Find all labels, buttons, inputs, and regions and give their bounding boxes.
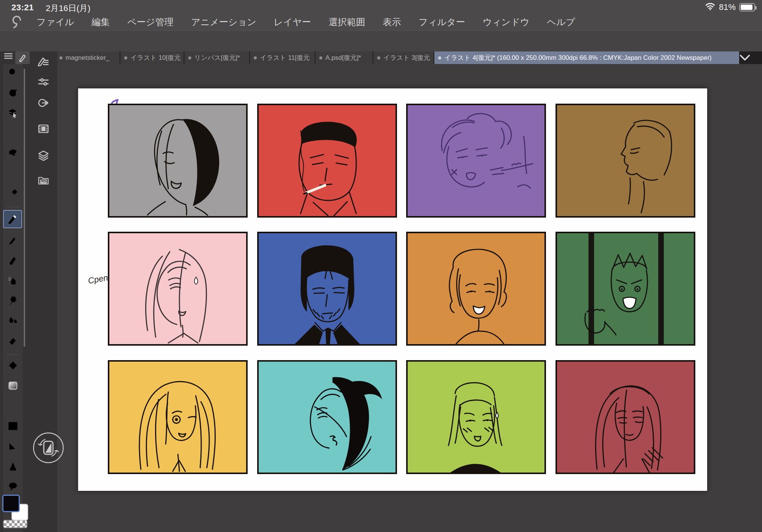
document-tab[interactable]: リンバス[復元]*: [184, 51, 249, 64]
battery-icon: [739, 3, 755, 11]
zoom-tool[interactable]: [5, 64, 21, 81]
document-tab-active[interactable]: イラスト 4[復元]* (160.00 x 250.00mm 300dpi 66…: [434, 51, 739, 64]
tab-label: イラスト 10[復元: [130, 53, 181, 62]
sketch-portrait-blush: [408, 362, 544, 473]
tool-divider: [6, 207, 20, 207]
document-tab[interactable]: magnetsticker_: [56, 51, 120, 64]
document-tab[interactable]: イラスト 11[復元: [250, 51, 315, 64]
tab-status-dot-icon: [438, 56, 441, 59]
tab-overflow-chevron-down-icon[interactable]: [738, 52, 751, 63]
canvas-panel-green: [555, 232, 695, 346]
subtool-menu-icon[interactable]: [4, 53, 13, 59]
history-palette-icon[interactable]: [35, 95, 52, 111]
tab-status-dot-icon: [377, 56, 380, 59]
sketch-portrait-bars-shout: [557, 233, 694, 344]
status-bar: 23:21 2月16日(月) 81%: [0, 0, 762, 14]
sketch-portrait-cigarette: [259, 105, 395, 216]
sub-tool-palette-icon[interactable]: [35, 53, 52, 70]
frame-border-tool[interactable]: [5, 418, 21, 434]
eyedropper-tool[interactable]: [5, 185, 21, 202]
menu-bar: ファイル 編集 ページ管理 アニメーション レイヤー 選択範囲 表示 フィルター…: [0, 14, 762, 30]
tab-label: イラスト 11[復元: [260, 53, 310, 62]
tab-label: イラスト 4[復元]* (160.00 x 250.00mm 300dpi 66…: [444, 53, 712, 62]
wifi-icon: [705, 2, 716, 12]
menu-file[interactable]: ファイル: [37, 16, 74, 28]
clock: 23:21: [11, 3, 34, 13]
timeline-palette-icon[interactable]: [35, 120, 52, 137]
navigator-palette-icon[interactable]: [35, 172, 52, 189]
canvas-panel-yellow-green: [406, 360, 546, 474]
tool-divider: [6, 354, 20, 355]
document-tab[interactable]: イラスト 10[復元: [120, 51, 184, 64]
canvas-panel-pink: [108, 232, 248, 346]
decoration-tool[interactable]: [5, 292, 21, 309]
tab-status-dot-icon: [59, 56, 62, 59]
pencil-tool[interactable]: [5, 232, 21, 248]
canvas-panel-gray: [108, 104, 248, 218]
document-tab-bar: magnetsticker_ イラスト 10[復元 リンバス[復元]* イラスト…: [0, 51, 762, 64]
tab-status-dot-icon: [124, 56, 127, 59]
canvas-panel-yellow: [108, 360, 248, 474]
transparent-color-swatch[interactable]: [3, 520, 27, 528]
date: 2月16日(月): [46, 3, 90, 14]
blend-tool[interactable]: [5, 312, 21, 329]
menu-help[interactable]: ヘルプ: [547, 16, 575, 28]
clip-studio-logo-icon: [11, 16, 24, 29]
menu-animation[interactable]: アニメーション: [191, 16, 256, 28]
lasso-tool[interactable]: [5, 145, 21, 162]
tab-status-dot-icon: [319, 56, 322, 59]
sketch-portrait-longhair-sweat: [109, 233, 246, 344]
menu-view[interactable]: 表示: [383, 16, 401, 28]
sketch-portrait-tired: [557, 362, 694, 473]
document-tab[interactable]: イラスト 3[復元: [373, 51, 434, 64]
menu-page-manage[interactable]: ページ管理: [127, 16, 173, 28]
tab-label: A.psd[復元]*: [325, 53, 361, 62]
canvas-panel-brown: [555, 104, 695, 218]
auto-select-tool[interactable]: [5, 165, 21, 182]
move-tool[interactable]: [5, 125, 21, 141]
tab-label: イラスト 3[復元: [383, 53, 430, 62]
rotate-canvas-tool[interactable]: [5, 84, 21, 101]
active-tool-tab[interactable]: [15, 51, 30, 64]
fill-tool[interactable]: [5, 357, 21, 374]
sketch-portrait-darkhair-pout: [259, 362, 395, 473]
operation-tool[interactable]: [5, 104, 21, 121]
sketch-portrait-bob-suit: [259, 233, 395, 344]
text-tool[interactable]: [5, 458, 21, 475]
tab-label: リンバス[復元]*: [194, 53, 240, 62]
menu-window[interactable]: ウィンドウ: [483, 16, 530, 28]
marker-tool[interactable]: [5, 252, 21, 269]
canvas-panel-orange: [406, 232, 546, 346]
canvas-page[interactable]: 1 cm Cpen: [78, 88, 707, 491]
tool-strip-scrollbar[interactable]: [24, 69, 25, 347]
menu-filter[interactable]: フィルター: [418, 16, 465, 28]
menu-layer[interactable]: レイヤー: [274, 16, 311, 28]
document-tab[interactable]: A.psd[復元]*: [315, 51, 373, 64]
reset-rotation-button[interactable]: [32, 432, 64, 464]
polyline-tool[interactable]: [5, 438, 21, 455]
airbrush-tool[interactable]: [5, 272, 21, 289]
canvas-panel-red: [257, 104, 397, 218]
sketch-portrait-wavy-smile: [408, 233, 544, 344]
canvas-panel-teal: [257, 360, 397, 474]
command-toolbar: « ‖ « ›: [0, 30, 762, 51]
eraser-tool[interactable]: [5, 333, 21, 349]
main-color-swatch[interactable]: [2, 495, 20, 512]
top-bar: 23:21 2月16日(月) 81% ファイル 編集 ページ管理 アニメーション…: [0, 0, 762, 30]
tab-status-dot-icon: [254, 56, 257, 59]
tab-label: magnetsticker_: [66, 54, 109, 62]
canvas-panel-maroon: [555, 360, 695, 474]
tool-property-palette-icon[interactable]: [35, 74, 52, 90]
gradient-tool[interactable]: [5, 377, 21, 394]
figure-line-tool[interactable]: [5, 397, 21, 414]
menu-edit[interactable]: 編集: [91, 16, 110, 28]
pen-note-annotation: Cpen: [87, 273, 109, 286]
sketch-portrait-pointing: [408, 105, 544, 216]
sketch-portrait-profile: [557, 105, 694, 216]
sketch-portrait-halfblack-hair: [109, 105, 246, 216]
balloon-tool[interactable]: [5, 478, 21, 495]
menu-selection[interactable]: 選択範囲: [328, 16, 365, 28]
battery-percentage: 81%: [719, 2, 736, 12]
layer-palette-icon[interactable]: [35, 147, 52, 164]
pen-tool-selected[interactable]: [3, 210, 22, 228]
